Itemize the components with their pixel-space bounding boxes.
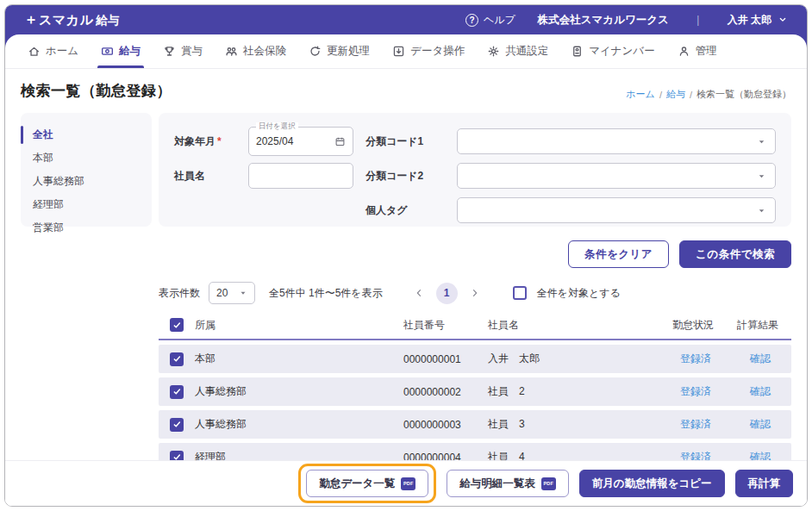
logo-text-main: スマカル — [39, 12, 93, 28]
annotation-highlight-ring: 勤怠データ一覧 PDF — [298, 464, 436, 503]
cell-emp-no: 0000000003 — [403, 419, 488, 431]
logo-text-sub: 給与 — [96, 13, 119, 28]
cell-emp-no: 0000000002 — [403, 386, 488, 398]
result-link[interactable]: 確認 — [729, 417, 791, 432]
result-link[interactable]: 確認 — [729, 352, 791, 366]
col-header-status: 勤怠状況 — [662, 318, 729, 333]
home-icon — [28, 45, 41, 58]
recalculate-button[interactable]: 再計算 — [735, 470, 794, 497]
result-link[interactable]: 確認 — [729, 384, 791, 399]
copy-previous-month-button[interactable]: 前月の勤怠情報をコピー — [579, 470, 725, 497]
target-month-input[interactable]: 日付を選択 2025/04 — [248, 127, 353, 156]
cell-dept: 本部 — [195, 352, 403, 366]
status-link[interactable]: 登録済 — [662, 417, 729, 432]
nav-label: 賞与 — [181, 44, 203, 59]
cell-dept: 人事総務部 — [195, 417, 403, 432]
nav-label: 共通設定 — [505, 44, 548, 59]
breadcrumb: ホーム / 給与 / 検索一覧（勤怠登録） — [626, 88, 791, 101]
nav-item-admin[interactable]: 管理 — [678, 34, 717, 68]
target-month-value: 2025/04 — [256, 135, 334, 147]
cell-name: 社員 3 — [488, 417, 662, 432]
user-menu[interactable]: 入井 太郎 — [728, 13, 788, 28]
dropdown-arrow-icon — [757, 137, 766, 146]
breadcrumb-payroll[interactable]: 給与 — [666, 88, 685, 101]
category2-select[interactable] — [457, 163, 776, 189]
personal-tag-label: 個人タグ — [365, 203, 445, 218]
sidebar-item-all-company[interactable]: 全社 — [21, 123, 152, 146]
clear-conditions-button[interactable]: 条件をクリア — [568, 240, 669, 268]
nav-item-data-operations[interactable]: データ操作 — [392, 34, 465, 68]
footer-action-bar: 勤怠データ一覧 PDF 給与明細一覧表 PDF 前月の勤怠情報をコピー 再計算 — [5, 460, 807, 506]
people-icon — [225, 45, 238, 58]
person-icon — [678, 45, 690, 58]
sidebar-item-hr-general-affairs[interactable]: 人事総務部 — [21, 170, 152, 193]
results-summary: 全5件中 1件〜5件を表示 — [269, 286, 383, 301]
page-title: 検索一覧（勤怠登録） — [21, 81, 172, 101]
cell-name: 入井 太郎 — [488, 352, 662, 366]
status-link[interactable]: 登録済 — [662, 384, 729, 399]
row-checkbox[interactable] — [170, 418, 184, 432]
category1-label: 分類コード1 — [365, 134, 445, 149]
cell-name: 社員 2 — [488, 384, 662, 399]
sidebar-item-sales[interactable]: 営業部 — [21, 216, 152, 240]
nav-item-home[interactable]: ホーム — [28, 34, 78, 68]
col-header-result: 計算結果 — [729, 318, 791, 333]
calendar-icon[interactable] — [334, 136, 346, 147]
check-icon — [172, 420, 182, 429]
table-row: 本部 0000000001 入井 太郎 登録済 確認 — [159, 345, 791, 373]
nav-item-common-settings[interactable]: 共通設定 — [487, 34, 548, 68]
nav-item-bonus[interactable]: 賞与 — [163, 34, 203, 68]
button-label: 勤怠データ一覧 — [319, 477, 395, 491]
page-number[interactable]: 1 — [436, 283, 458, 304]
breadcrumb-current: 検索一覧（勤怠登録） — [696, 88, 791, 101]
table-row: 人事総務部 0000000002 社員 2 登録済 確認 — [159, 377, 791, 406]
help-label: ヘルプ — [484, 13, 515, 28]
help-button[interactable]: ? ヘルプ — [465, 13, 515, 28]
prev-page-button[interactable] — [410, 284, 428, 302]
logo-plus-icon: ＋ — [24, 11, 38, 29]
required-asterisk: * — [217, 135, 222, 147]
per-page-select[interactable]: 20 — [209, 282, 255, 304]
personal-tag-select[interactable] — [457, 197, 776, 223]
row-checkbox[interactable] — [170, 385, 184, 399]
target-month-label: 対象年月* — [174, 134, 236, 149]
payslip-list-button[interactable]: 給与明細一覧表 PDF — [447, 470, 569, 497]
dropdown-arrow-icon — [239, 289, 247, 297]
nav-item-payroll[interactable]: 給与 — [101, 34, 141, 68]
per-page-value: 20 — [216, 287, 228, 299]
nav-item-update-process[interactable]: 更新処理 — [309, 34, 370, 68]
button-label: 給与明細一覧表 — [459, 477, 535, 491]
user-name: 入井 太郎 — [728, 13, 771, 28]
nav-label: ホーム — [46, 44, 78, 59]
breadcrumb-separator: / — [690, 90, 692, 100]
sidebar-item-accounting[interactable]: 経理部 — [21, 193, 152, 216]
search-button[interactable]: この条件で検索 — [679, 240, 791, 268]
header-checkbox[interactable] — [170, 318, 184, 332]
main-nav: ホーム 給与 賞与 社会保険 更新処理 データ操作 — [5, 34, 807, 69]
status-link[interactable]: 登録済 — [662, 352, 729, 366]
next-page-button[interactable] — [466, 284, 484, 302]
employee-table: 所属 社員番号 社員名 勤怠状況 計算結果 本部 0000000001 入井 太… — [159, 311, 791, 485]
nav-item-mynumber[interactable]: マイナンバー — [571, 34, 654, 68]
dropdown-arrow-icon — [757, 206, 766, 215]
nav-label: 社会保険 — [243, 44, 286, 59]
nav-label: マイナンバー — [589, 44, 654, 59]
category1-select[interactable] — [457, 128, 776, 154]
nav-label: 管理 — [696, 44, 717, 59]
employee-name-input[interactable] — [248, 163, 353, 189]
table-header-row: 所属 社員番号 社員名 勤怠状況 計算結果 — [159, 311, 791, 340]
pagination: 1 — [410, 283, 484, 304]
trophy-icon — [163, 45, 176, 58]
check-icon — [172, 321, 182, 330]
attendance-data-list-button[interactable]: 勤怠データ一覧 PDF — [306, 470, 428, 497]
app-window: ＋ スマカル 給与 ? ヘルプ 株式会社スマカルワークス ｜ 入井 太郎 — [4, 4, 808, 507]
nav-item-social-insurance[interactable]: 社会保険 — [225, 34, 286, 68]
chevron-right-icon — [470, 288, 480, 298]
breadcrumb-home[interactable]: ホーム — [626, 88, 655, 101]
nav-label: データ操作 — [410, 44, 465, 59]
pdf-icon: PDF — [541, 477, 556, 490]
breadcrumb-separator: / — [659, 90, 662, 100]
select-all-scope-checkbox[interactable] — [513, 286, 527, 300]
sidebar-item-headquarters[interactable]: 本部 — [21, 146, 152, 170]
row-checkbox[interactable] — [170, 352, 184, 366]
